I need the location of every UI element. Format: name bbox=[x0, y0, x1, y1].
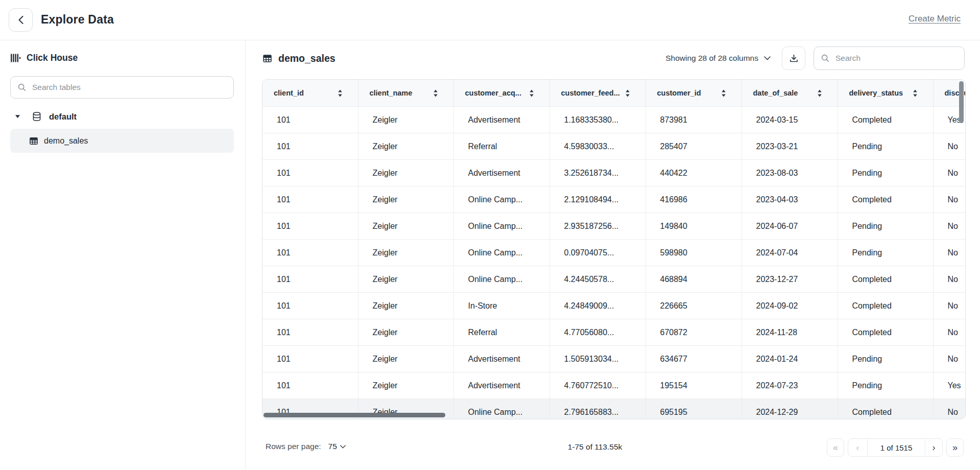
table-cell: Zeigler bbox=[358, 186, 453, 213]
table-title: demo_sales bbox=[278, 53, 336, 64]
vertical-scrollbar[interactable] bbox=[959, 81, 964, 123]
chevron-down-icon bbox=[340, 445, 346, 449]
table-cell: 2024-06-07 bbox=[742, 213, 838, 240]
prev-page-button[interactable]: ‹ bbox=[848, 439, 868, 456]
table-cell: 4.24849009... bbox=[549, 293, 646, 319]
download-button[interactable] bbox=[782, 46, 805, 70]
table-cell: 695195 bbox=[646, 399, 742, 420]
table-row[interactable]: 101ZeiglerAdvertisement3.252618734...440… bbox=[262, 160, 966, 186]
table-row[interactable]: 101ZeiglerReferral4.77056080...670872202… bbox=[262, 319, 966, 346]
table-cell: No bbox=[933, 133, 966, 160]
table-cell: Completed bbox=[838, 186, 933, 213]
table-cell: Referral bbox=[453, 133, 549, 160]
table-row[interactable]: 101ZeiglerOnline Camp...2.935187256...14… bbox=[262, 213, 966, 240]
table-cell: 2.935187256... bbox=[549, 213, 646, 240]
demo-sales-table: client_idclient_namecustomer_acq...custo… bbox=[262, 80, 966, 419]
table-grid-icon bbox=[262, 53, 273, 64]
table-grid-icon bbox=[29, 136, 39, 146]
sidebar-search-box bbox=[10, 76, 234, 99]
table-cell: 4.24450578... bbox=[549, 266, 646, 293]
main-toolbar: demo_sales Showing 28 of 28 columns bbox=[262, 43, 965, 73]
table-cell: 101 bbox=[262, 186, 358, 213]
last-page-button[interactable]: » bbox=[946, 438, 964, 457]
table-cell: 634677 bbox=[646, 346, 742, 372]
table-row[interactable]: 101ZeiglerIn-Store4.24849009...226665202… bbox=[262, 293, 966, 319]
table-cell: Online Camp... bbox=[453, 266, 549, 293]
table-row[interactable]: 101ZeiglerOnline Camp...0.09704075...598… bbox=[262, 240, 966, 266]
data-table: client_idclient_namecustomer_acq...custo… bbox=[262, 79, 966, 419]
table-cell: 101 bbox=[262, 160, 358, 186]
table-cell: Completed bbox=[838, 319, 933, 346]
table-cell: Pending bbox=[838, 160, 933, 186]
column-header-0[interactable]: client_id bbox=[262, 80, 358, 107]
table-cell: 101 bbox=[262, 372, 358, 399]
back-button[interactable] bbox=[9, 8, 33, 32]
table-cell: 2023-03-21 bbox=[742, 133, 838, 160]
sidebar-item-default-database[interactable]: default bbox=[0, 106, 77, 127]
download-icon bbox=[788, 53, 799, 64]
table-cell: 101 bbox=[262, 293, 358, 319]
datasource-header: Click House bbox=[10, 53, 78, 63]
table-cell: 4.77056080... bbox=[549, 319, 646, 346]
column-header-5[interactable]: date_of_sale bbox=[742, 80, 838, 107]
table-cell: Pending bbox=[838, 240, 933, 266]
table-cell: Zeigler bbox=[358, 107, 453, 133]
column-label: client_id bbox=[274, 89, 304, 97]
search-icon bbox=[821, 54, 830, 63]
column-header-3[interactable]: customer_feed... bbox=[549, 80, 646, 107]
search-icon bbox=[17, 83, 27, 92]
caret-down-icon[interactable] bbox=[15, 114, 20, 119]
chevron-down-icon bbox=[764, 56, 771, 60]
rows-per-page-select[interactable]: 75 bbox=[328, 442, 346, 451]
top-header: Explore Data Create Metric bbox=[0, 0, 980, 40]
table-cell: No bbox=[933, 266, 966, 293]
column-label: customer_id bbox=[657, 89, 701, 97]
table-cell: 2023-04-03 bbox=[742, 186, 838, 213]
table-cell: 101 bbox=[262, 213, 358, 240]
table-cell: 2024-12-29 bbox=[742, 399, 838, 420]
table-cell: 2024-01-24 bbox=[742, 346, 838, 372]
table-cell: Online Camp... bbox=[453, 213, 549, 240]
table-cell: 2024-03-15 bbox=[742, 107, 838, 133]
table-row[interactable]: 101ZeiglerAdvertisement1.505913034...634… bbox=[262, 346, 966, 372]
table-row[interactable]: 101ZeiglerReferral4.59830033...285407202… bbox=[262, 133, 966, 160]
horizontal-scrollbar[interactable] bbox=[264, 413, 445, 417]
table-cell: No bbox=[933, 240, 966, 266]
table-cell: No bbox=[933, 213, 966, 240]
column-label: customer_acq... bbox=[465, 89, 521, 97]
table-cell: No bbox=[933, 160, 966, 186]
table-cell: 149840 bbox=[646, 213, 742, 240]
search-tables-input[interactable] bbox=[31, 82, 227, 92]
first-page-button[interactable]: « bbox=[827, 438, 844, 457]
table-cell: Completed bbox=[838, 293, 933, 319]
table-cell: In-Store bbox=[453, 293, 549, 319]
column-header-4[interactable]: customer_id bbox=[646, 80, 742, 107]
table-row[interactable]: 101ZeiglerAdvertisement4.760772510...195… bbox=[262, 372, 966, 399]
column-header-1[interactable]: client_name bbox=[358, 80, 453, 107]
column-header-2[interactable]: customer_acq... bbox=[453, 80, 549, 107]
table-row[interactable]: 101ZeiglerOnline Camp...4.24450578...468… bbox=[262, 266, 966, 293]
next-page-button[interactable]: › bbox=[925, 439, 942, 456]
table-cell: Advertisement bbox=[453, 346, 549, 372]
table-cell: 195154 bbox=[646, 372, 742, 399]
datasource-name: Click House bbox=[27, 53, 78, 63]
table-row[interactable]: 101ZeiglerOnline Camp...2.129108494...41… bbox=[262, 186, 966, 213]
rows-per-page-value: 75 bbox=[328, 442, 337, 451]
create-metric-link[interactable]: Create Metric bbox=[909, 14, 961, 24]
table-search-input[interactable] bbox=[834, 53, 958, 63]
table-cell: Zeigler bbox=[358, 372, 453, 399]
sort-icon bbox=[625, 89, 630, 97]
table-cell: 2023-12-27 bbox=[742, 266, 838, 293]
table-cell: Zeigler bbox=[358, 240, 453, 266]
explore-data-page: Explore Data Create Metric Click House bbox=[0, 0, 980, 470]
table-row[interactable]: 101ZeiglerAdvertisement1.168335380...873… bbox=[262, 107, 966, 133]
table-cell: 101 bbox=[262, 107, 358, 133]
column-header-6[interactable]: delivery_status bbox=[838, 80, 933, 107]
columns-visibility-dropdown[interactable]: Showing 28 of 28 columns bbox=[665, 54, 771, 63]
rows-per-page-label: Rows per page: bbox=[266, 442, 321, 451]
sidebar-item-demo-sales[interactable]: demo_sales bbox=[10, 129, 234, 153]
table-cell: 440422 bbox=[646, 160, 742, 186]
table-cell: Online Camp... bbox=[453, 399, 549, 420]
sort-icon bbox=[433, 89, 438, 97]
double-chevron-left-icon: « bbox=[833, 442, 838, 453]
